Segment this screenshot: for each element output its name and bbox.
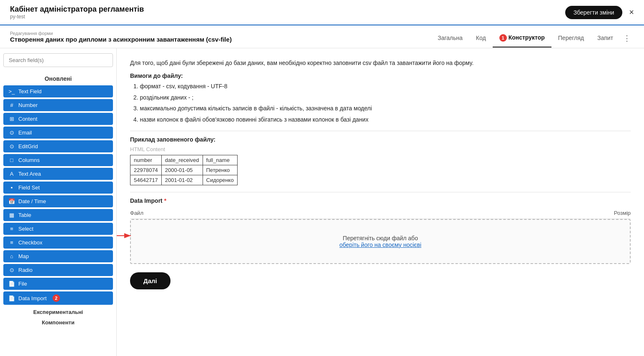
- csv-table: number date_received full_name 22978074 …: [130, 155, 238, 185]
- app-subtitle: py-test: [10, 14, 144, 20]
- csv-row1-num: 22978074: [130, 165, 162, 175]
- tab-zagalna[interactable]: Загальна: [431, 30, 469, 47]
- tab-konstruktor-badge: 1: [499, 34, 507, 42]
- requirements-title: Вимоги до файлу:: [130, 72, 631, 79]
- sidebar-item-number[interactable]: # Number: [3, 99, 113, 111]
- table-row-2: 54642717 2001-01-02 Сидоренко: [130, 175, 238, 185]
- file-table-header: Файл Розмір: [130, 207, 631, 219]
- drop-zone-link[interactable]: оберіть його на своєму носієві: [339, 241, 421, 248]
- tab-kod[interactable]: Код: [469, 30, 493, 47]
- sidebar-section-experimental[interactable]: Експериментальні: [3, 309, 113, 315]
- csv-row2-num: 54642717: [130, 175, 162, 185]
- save-button[interactable]: Зберегти зміни: [565, 6, 623, 19]
- tab-konstruktor[interactable]: 1Конструктор: [493, 29, 551, 47]
- sidebar-item-select[interactable]: ≡ Select: [3, 223, 113, 235]
- text-area-icon: A: [8, 171, 15, 177]
- content-area: Для того, щоб дані були збережені до баз…: [117, 48, 644, 356]
- number-icon: #: [8, 102, 15, 108]
- divider-1: [130, 131, 631, 131]
- top-header-right: Зберегти зміни ×: [565, 6, 634, 19]
- drop-zone[interactable]: Перетягніть сюди файл або оберіть його н…: [130, 219, 631, 264]
- csv-row1-date: 2000-01-05: [161, 165, 203, 175]
- sidebar-item-columns[interactable]: □ Columns: [3, 154, 113, 166]
- drop-zone-wrapper: 3 Перетягніть сюди файл або оберіть його…: [130, 219, 631, 264]
- csv-col-number: number: [130, 155, 162, 165]
- required-star: *: [164, 197, 166, 204]
- annotation-3: 3: [117, 227, 135, 244]
- select-icon: ≡: [8, 226, 15, 232]
- sidebar-item-map[interactable]: ⌂ Map: [3, 250, 113, 262]
- search-input[interactable]: [3, 53, 113, 67]
- requirement-1: 1. формат - csv, кодування - UTF-8: [133, 82, 631, 91]
- breadcrumb: Редагування форми: [10, 31, 232, 36]
- email-icon: ⊙: [8, 129, 15, 136]
- tab-zapyt[interactable]: Запит: [591, 30, 620, 47]
- requirements-list: 1. формат - csv, кодування - UTF-8 2. ро…: [130, 82, 631, 124]
- sidebar-item-editgrid[interactable]: ⊙ EditGrid: [3, 140, 113, 152]
- tab-more[interactable]: ⋮: [620, 29, 634, 48]
- table-row-1: 22978074 2000-01-05 Петренко: [130, 165, 238, 175]
- size-col-label: Розмір: [614, 210, 631, 216]
- sub-header: Редагування форми Створення даних про ди…: [0, 25, 644, 48]
- main-layout: Оновлені >_ Text Field # Number ⊞ Conten…: [0, 48, 644, 356]
- tab-perehliad[interactable]: Перегляд: [551, 30, 591, 47]
- table-icon: ▦: [8, 212, 15, 218]
- sidebar-item-email[interactable]: ⊙ Email: [3, 127, 113, 139]
- csv-row1-name: Петренко: [203, 165, 237, 175]
- csv-row2-date: 2001-01-02: [161, 175, 203, 185]
- table-row-header: number date_received full_name: [130, 155, 238, 165]
- sidebar-section-updated: Оновлені: [3, 75, 113, 82]
- file-icon: 📄: [8, 281, 15, 287]
- radio-icon: ⊙: [8, 267, 15, 273]
- map-icon: ⌂: [8, 253, 15, 259]
- tabs: Загальна Код 1Конструктор Перегляд Запит…: [431, 29, 634, 48]
- data-import-icon: 📄: [8, 295, 15, 301]
- app-title: Кабінет адміністратора регламентів: [10, 5, 144, 14]
- checkbox-icon: ≡: [8, 239, 15, 246]
- date-time-icon: 📅: [8, 198, 15, 204]
- sidebar-item-field-set[interactable]: ▪ Field Set: [3, 182, 113, 194]
- next-button[interactable]: Далі: [130, 272, 170, 289]
- csv-col-date: date_received: [161, 155, 203, 165]
- divider-2: [130, 192, 631, 192]
- editgrid-icon: ⊙: [8, 143, 15, 149]
- sidebar-section-components[interactable]: Компоненти: [3, 319, 113, 326]
- html-content-label: HTML Content: [130, 146, 631, 152]
- sidebar-item-text-area[interactable]: A Text Area: [3, 168, 113, 180]
- close-button[interactable]: ×: [629, 7, 634, 17]
- form-title: Створення даних про дипломи з асинхронни…: [10, 36, 232, 46]
- sidebar-item-file[interactable]: 📄 File: [3, 278, 113, 290]
- intro-text: Для того, щоб дані були збережені до баз…: [130, 58, 631, 67]
- requirement-2: 2. роздільник даних - ;: [133, 93, 631, 102]
- sub-header-left: Редагування форми Створення даних про ди…: [10, 31, 232, 46]
- columns-icon: □: [8, 157, 15, 163]
- example-title: Приклад заповненого файлу:: [130, 136, 631, 143]
- drop-zone-text: Перетягніть сюди файл або: [141, 235, 620, 241]
- requirement-3: 3. максимально допустима кількість запис…: [133, 104, 631, 113]
- field-set-icon: ▪: [8, 184, 15, 191]
- sidebar: Оновлені >_ Text Field # Number ⊞ Conten…: [0, 48, 117, 356]
- requirement-4: 4. назви колонок в файлі обов'язково пов…: [133, 115, 631, 124]
- top-header-left: Кабінет адміністратора регламентів py-te…: [10, 5, 144, 20]
- sidebar-item-content[interactable]: ⊞ Content: [3, 113, 113, 125]
- data-import-field-label: Data Import *: [130, 197, 631, 204]
- sidebar-item-text-field[interactable]: >_ Text Field: [3, 85, 113, 97]
- data-import-badge: 2: [53, 294, 60, 302]
- sidebar-item-radio[interactable]: ⊙ Radio: [3, 264, 113, 276]
- file-col-label: Файл: [130, 210, 143, 216]
- sidebar-item-checkbox[interactable]: ≡ Checkbox: [3, 237, 113, 249]
- csv-row2-name: Сидоренко: [203, 175, 237, 185]
- top-header: Кабінет адміністратора регламентів py-te…: [0, 0, 644, 25]
- sidebar-item-date-time[interactable]: 📅 Date / Time: [3, 195, 113, 207]
- arrow-3-svg: [117, 227, 135, 244]
- sidebar-item-data-import[interactable]: 📄 Data Import 2: [3, 291, 113, 305]
- sidebar-item-table[interactable]: ▦ Table: [3, 209, 113, 221]
- text-field-icon: >_: [8, 88, 15, 95]
- csv-col-name: full_name: [203, 155, 237, 165]
- content-icon: ⊞: [8, 116, 15, 122]
